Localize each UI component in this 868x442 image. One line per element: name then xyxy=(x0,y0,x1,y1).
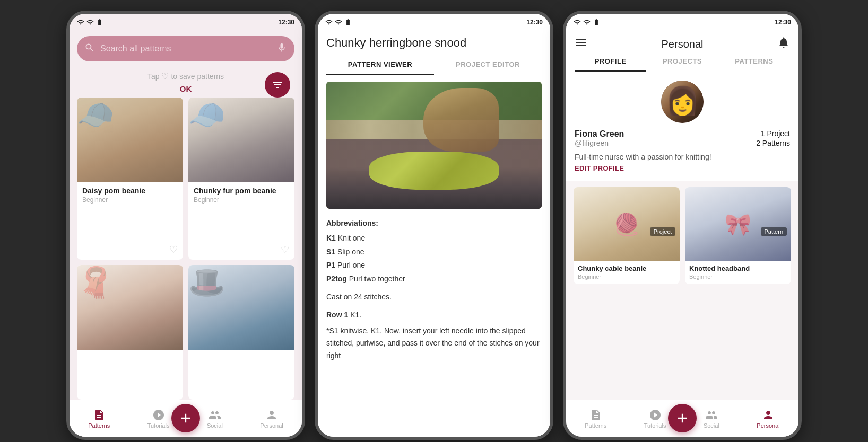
pattern-card-2[interactable]: 🧢 Chunky fur pom beanie Beginner ♡ xyxy=(188,98,294,260)
heart-action[interactable] xyxy=(547,84,550,102)
status-icons-1 xyxy=(77,19,103,26)
nav-patterns-1[interactable]: Patterns xyxy=(88,409,110,429)
signal-icon-2 xyxy=(335,19,342,26)
nav-tutorials-3[interactable]: Tutorials xyxy=(644,409,666,429)
pattern-level-1: Beginner xyxy=(82,196,178,204)
pattern-card-1[interactable]: 🧢 Daisy pom beanie Beginner ♡ xyxy=(77,98,183,260)
personal-scroll[interactable]: Fiona Green @fifigreen 1 Project 2 Patte… xyxy=(566,72,798,400)
project-card-2[interactable]: 🎀 Pattern Knotted headband Beginner xyxy=(685,187,791,284)
avatar xyxy=(661,81,704,123)
tab-profile[interactable]: PROFILE xyxy=(575,52,646,72)
nav-label-personal-1: Personal xyxy=(260,422,283,429)
fab-button-3[interactable] xyxy=(668,404,697,432)
personal-page-title: Personal xyxy=(587,38,777,50)
phone-screen-2: 12:30 Chunky herringbone snood PATTERN V… xyxy=(315,11,553,440)
abbrev-p2tog: P2tog Purl two together xyxy=(326,273,542,286)
projects-grid: 🧶 Project Chunky cable beanie Beginner 🎀… xyxy=(566,181,798,290)
project-badge-1: Project xyxy=(650,227,675,236)
personal-header: Personal xyxy=(566,31,798,52)
abbrev-key-s1: S1 xyxy=(326,247,335,256)
abbrev-key-p2tog: P2tog xyxy=(326,275,347,283)
heart-button-1[interactable]: ♡ xyxy=(169,244,178,255)
filter-button[interactable] xyxy=(265,72,290,98)
nav-tutorials-1[interactable]: Tutorials xyxy=(147,409,170,429)
snood-image xyxy=(326,82,542,209)
nav-label-social-3: Social xyxy=(704,422,719,429)
battery-icon-2 xyxy=(344,19,352,26)
bottom-nav-3: Patterns Tutorials Social Personal xyxy=(566,400,798,437)
side-actions xyxy=(547,84,550,204)
abbrev-key-p1: P1 xyxy=(326,261,335,269)
battery-icon xyxy=(96,19,103,26)
nav-personal-3[interactable]: Personal xyxy=(757,409,779,429)
bell-icon[interactable] xyxy=(777,36,790,52)
mic-icon[interactable] xyxy=(276,42,287,55)
nav-social-3[interactable]: Social xyxy=(704,409,719,429)
profile-handle: @fifigreen xyxy=(575,139,624,147)
nav-label-patterns-3: Patterns xyxy=(585,422,606,429)
edit-profile-button[interactable]: EDIT PROFILE xyxy=(575,164,790,172)
abbrev-s1: S1 Slip one xyxy=(326,246,542,259)
hamburger-menu[interactable] xyxy=(575,36,587,52)
tab-patterns[interactable]: PATTERNS xyxy=(718,52,790,72)
nav-social-1[interactable]: Social xyxy=(207,409,223,429)
pattern-card-3[interactable]: 🧣 xyxy=(77,265,183,400)
tab-projects[interactable]: PROJECTS xyxy=(646,52,718,72)
search-icon xyxy=(84,42,95,55)
project-card-1[interactable]: 🧶 Project Chunky cable beanie Beginner xyxy=(574,187,680,284)
screen1-content: Tap ♡ to save patterns OK 🧢 Daisy pom be… xyxy=(70,31,302,437)
heart-hint-icon: ♡ xyxy=(161,71,169,81)
project-count: 1 Project xyxy=(756,129,790,138)
profile-left: Fiona Green @fifigreen xyxy=(575,129,624,147)
fab-button-1[interactable] xyxy=(171,404,200,432)
project-title-2: Knotted headband xyxy=(685,261,791,273)
nav-patterns-3[interactable]: Patterns xyxy=(585,409,606,429)
pattern-badge-2: Pattern xyxy=(761,227,787,236)
pattern-level-2: Beginner xyxy=(194,196,289,204)
search-action[interactable] xyxy=(547,160,550,178)
profile-bio: Full-time nurse with a passion for knitt… xyxy=(575,153,790,161)
pattern-text-block: Abbreviations: K1 Knit one S1 Slip one P… xyxy=(318,209,550,374)
heart-button-2[interactable]: ♡ xyxy=(281,244,289,255)
signal-icon-3 xyxy=(583,19,591,26)
pattern-image-section xyxy=(326,82,542,209)
project-level-1: Beginner xyxy=(574,273,680,284)
wifi-icon-2 xyxy=(325,19,333,26)
status-bar-1: 12:30 xyxy=(70,14,302,31)
phone-screen-3: 12:30 Personal PROFILE PROJECTS PATTERNS… xyxy=(563,11,802,440)
profile-section: Fiona Green @fifigreen 1 Project 2 Patte… xyxy=(566,72,798,181)
status-bar-2: 12:30 xyxy=(318,14,550,31)
time-display-3: 12:30 xyxy=(775,19,791,26)
time-display-1: 12:30 xyxy=(278,19,294,26)
abbrev-k1: K1 Knit one xyxy=(326,232,542,245)
abbrev-p1: P1 Purl one xyxy=(326,259,542,272)
project-level-2: Beginner xyxy=(685,273,791,284)
cast-on-instruction: Cast on 24 stitches. xyxy=(326,291,542,304)
bottom-nav-1: Patterns Tutorials Social Personal xyxy=(70,400,302,437)
pattern-count: 2 Patterns xyxy=(756,139,790,147)
profile-stats: 1 Project 2 Patterns xyxy=(756,129,790,148)
status-icons-3 xyxy=(574,19,600,26)
wifi-icon xyxy=(77,19,84,26)
nav-personal-1[interactable]: Personal xyxy=(260,409,283,429)
edit-action[interactable] xyxy=(547,185,550,204)
search-input[interactable] xyxy=(100,44,271,54)
time-display-2: 12:30 xyxy=(526,19,543,26)
tab-project-editor[interactable]: PROJECT EDITOR xyxy=(434,55,542,75)
nav-label-tutorials-3: Tutorials xyxy=(644,422,666,429)
nav-label-personal-3: Personal xyxy=(757,422,779,429)
tab-pattern-viewer[interactable]: PATTERN VIEWER xyxy=(326,55,434,75)
avatar-image xyxy=(661,81,704,123)
row-1-instruction: Row 1 K1. xyxy=(326,309,542,322)
abbrev-key-k1: K1 xyxy=(326,234,336,242)
share-action[interactable] xyxy=(547,109,550,127)
pattern-card-4[interactable]: 🎩 xyxy=(188,265,294,400)
pattern-tab-bar: PATTERN VIEWER PROJECT EDITOR xyxy=(326,55,542,75)
star-action[interactable] xyxy=(547,135,550,153)
pattern-scroll[interactable]: Abbreviations: K1 Knit one S1 Slip one P… xyxy=(318,75,550,437)
personal-tab-bar: PROFILE PROJECTS PATTERNS xyxy=(566,52,798,72)
profile-name: Fiona Green xyxy=(575,129,624,139)
battery-icon-3 xyxy=(593,19,600,26)
search-bar[interactable] xyxy=(77,36,294,61)
pattern-title-2: Chunky fur pom beanie xyxy=(194,187,289,195)
